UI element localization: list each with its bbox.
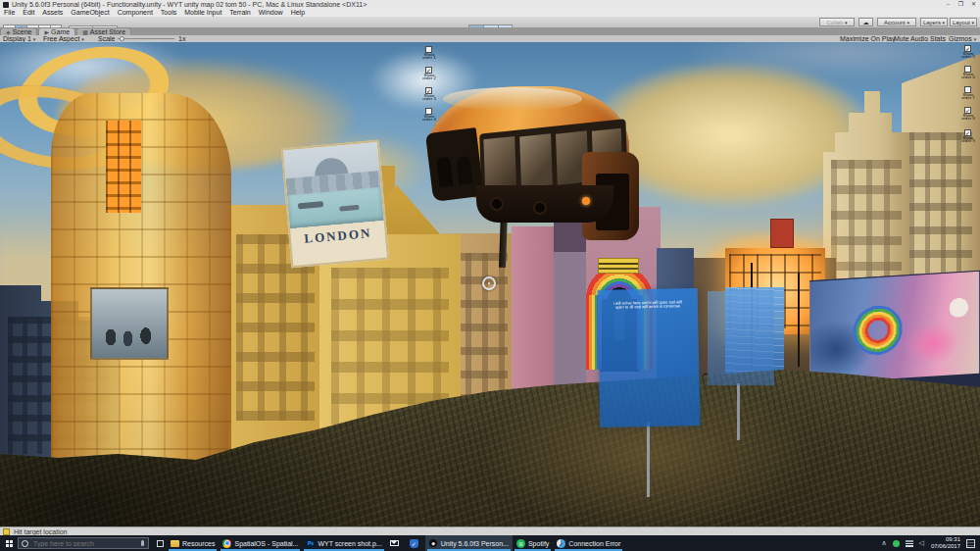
caravan-light xyxy=(582,197,590,205)
volume-icon[interactable]: ◁ xyxy=(919,539,924,547)
red-sign xyxy=(770,219,794,248)
scale-value: 1x xyxy=(178,35,185,42)
lamp-post xyxy=(798,273,800,367)
caravan-wheel xyxy=(490,197,504,211)
yellow-sign xyxy=(598,258,639,274)
task-view-icon xyxy=(157,540,164,547)
status-icon xyxy=(3,528,10,535)
menu-item-file[interactable]: File xyxy=(0,9,19,17)
windows-logo-icon xyxy=(6,540,9,543)
menu-item-help[interactable]: Help xyxy=(287,9,309,17)
caravan-wheel xyxy=(533,201,547,215)
london-billboard: LONDON xyxy=(281,140,389,268)
tray-chevron-icon[interactable]: ∧ xyxy=(878,539,889,547)
microphone-icon[interactable] xyxy=(141,540,144,546)
mail-icon xyxy=(390,539,399,548)
action-center-icon[interactable] xyxy=(966,539,975,548)
close-button[interactable]: ✕ xyxy=(967,0,980,9)
search-input[interactable] xyxy=(31,539,137,548)
billboard-text: LONDON xyxy=(290,225,385,248)
taskbar-app-mail[interactable] xyxy=(386,535,406,551)
task-view-button[interactable] xyxy=(153,535,167,551)
unity-icon: ◆ xyxy=(429,539,438,548)
taskbar-app-spatialos[interactable]: SpatialOS - Spatial... xyxy=(219,535,302,551)
taskbar-app-connection-error[interactable]: ✓ Connection Error xyxy=(553,535,624,551)
layout-dropdown[interactable]: Layout ▾ xyxy=(950,18,977,26)
start-button[interactable] xyxy=(0,535,18,551)
menu-item-terrain[interactable]: Terrain xyxy=(225,9,254,17)
banner-pole xyxy=(737,383,740,440)
menu-item-edit[interactable]: Edit xyxy=(19,9,38,17)
scale-slider-track[interactable] xyxy=(118,38,174,39)
status-message[interactable]: Hit target location xyxy=(14,528,67,535)
menu-item-window[interactable]: Window xyxy=(255,9,287,17)
taskbar-app-unity[interactable]: ◆ Unity 5.6.0f3 Person... xyxy=(425,535,513,551)
caravan-window-pane xyxy=(519,133,553,187)
taskbar-app-spotify[interactable]: ≋ Spotify xyxy=(513,535,553,551)
game-tab-icon: ▶ xyxy=(44,28,49,35)
game-checkbox-label: Show order 4 xyxy=(422,116,436,120)
menu-item-component[interactable]: Component xyxy=(114,9,157,17)
scale-label: Scale xyxy=(98,35,116,42)
caravan-roof xyxy=(443,87,582,111)
folder-icon xyxy=(171,539,179,548)
photoshop-icon: Ps xyxy=(306,539,315,548)
maximize-on-play-toggle[interactable]: Maximize On Play xyxy=(840,35,895,42)
menu-item-mobile-input[interactable]: Mobile Input xyxy=(180,9,225,17)
scale-slider-knob[interactable] xyxy=(120,36,124,41)
menu-item-tools[interactable]: Tools xyxy=(157,9,180,17)
game-checkbox-label: Show order 2 xyxy=(422,75,436,78)
tower-viewing-window xyxy=(90,287,169,360)
reticle-dot xyxy=(488,282,490,284)
minimize-button[interactable]: – xyxy=(942,0,955,9)
caravan-window-pane xyxy=(483,136,516,190)
crosshair-reticle xyxy=(482,276,496,290)
tray-green-app-icon[interactable] xyxy=(893,540,900,547)
menu-item-gameobject[interactable]: GameObject xyxy=(67,9,113,17)
game-viewport[interactable]: LONDON xyxy=(0,42,980,526)
network-icon[interactable] xyxy=(906,540,913,547)
taskbar-app-photoshop[interactable]: Ps WYT screen shot.p... xyxy=(302,535,385,551)
tab-asset-store[interactable]: ▩Asset Store xyxy=(76,27,131,35)
tray-clock[interactable]: 09:31 07/06/2017 xyxy=(931,536,960,550)
unity-app-icon xyxy=(3,2,9,8)
game-checkbox-label: Show order 3 xyxy=(422,95,436,99)
unity-editor-window: Unity 5.6.0f3 Personal (64bit) - Functio… xyxy=(0,0,980,551)
collab-dropdown[interactable]: Collab ▾ xyxy=(819,18,855,26)
game-checkbox-label: Show order 5 xyxy=(961,53,975,57)
view-tabs: ◈Scene ▶Game ▩Asset Store xyxy=(0,27,980,35)
taskbar-search[interactable] xyxy=(18,537,149,549)
account-dropdown[interactable]: Account ▾ xyxy=(877,18,916,26)
banner-pole xyxy=(647,423,650,497)
clock-time: 09:31 xyxy=(931,536,960,543)
game-checkbox-label: Show order 9 xyxy=(961,137,975,141)
caravan-seat xyxy=(436,157,454,187)
banner-text: i will arrive here and it will open and … xyxy=(613,300,682,309)
taskbar-app-resources[interactable]: Resources xyxy=(167,535,219,551)
tab-game[interactable]: ▶Game xyxy=(38,27,75,35)
asset-store-tab-icon: ▩ xyxy=(82,28,88,35)
cloud-icon[interactable]: ☁ xyxy=(858,18,873,26)
scene-tab-icon: ◈ xyxy=(6,28,11,35)
menu-item-assets[interactable]: Assets xyxy=(38,9,67,17)
tab-scene[interactable]: ◈Scene xyxy=(0,27,37,35)
tower-lit-windows xyxy=(106,121,141,213)
game-checkbox-label: Show order 6 xyxy=(961,74,975,77)
game-checkbox-label: Show order 8 xyxy=(961,115,975,119)
caravan-undercarriage xyxy=(476,185,613,223)
blue-banner-small xyxy=(708,291,774,385)
windows-taskbar: Resources SpatialOS - Spatial... Ps WYT … xyxy=(0,535,980,551)
blue-banner-large: i will arrive here and it will open and … xyxy=(598,288,701,427)
game-checkbox-label: Show order 7 xyxy=(961,94,975,98)
taskbar-app-shield[interactable]: ✓ xyxy=(406,535,425,551)
stats-toggle[interactable]: Stats xyxy=(930,35,946,42)
connection-error-icon: ✓ xyxy=(557,539,565,548)
mute-audio-toggle[interactable]: Mute Audio xyxy=(894,35,928,42)
window-title: Unity 5.6.0f3 Personal (64bit) - Functio… xyxy=(12,1,367,8)
search-icon xyxy=(22,540,28,547)
layers-dropdown[interactable]: Layers ▾ xyxy=(920,18,948,26)
shield-icon: ✓ xyxy=(410,539,418,548)
caravan-seat xyxy=(456,156,472,184)
gold-tower xyxy=(51,93,231,477)
maximize-button[interactable]: ❐ xyxy=(955,0,967,9)
